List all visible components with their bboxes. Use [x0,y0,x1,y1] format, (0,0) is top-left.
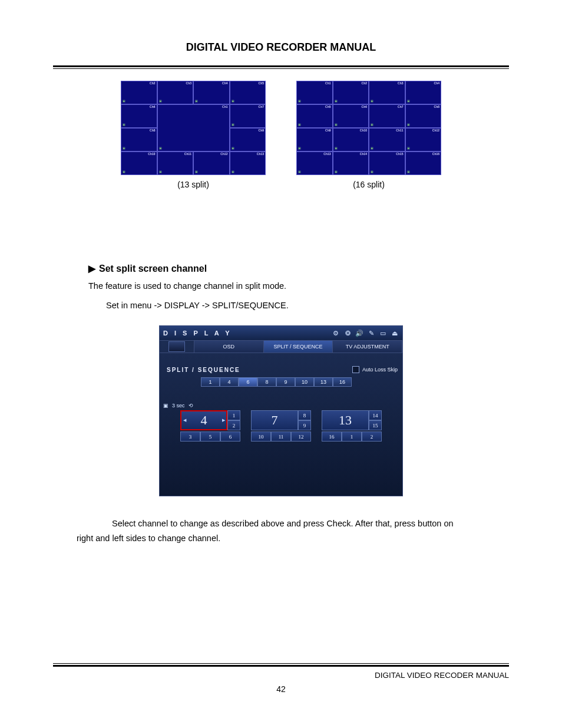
split-main-cell[interactable]: 13 [322,410,369,430]
split-side-cell[interactable]: 8 [298,410,311,420]
footer-text: DIGITAL VIDEO RECODER MANUAL [375,671,509,680]
display-toolbar-icons: ⚙ ❂ 🔊 ✎ ▭ ⏏ [332,329,399,337]
split-count-button[interactable]: 16 [333,377,352,387]
ch-cell: Ch9▣ [296,128,333,151]
split-13-caption: (13 split) [177,180,209,189]
split-count-button[interactable]: 6 [239,377,257,387]
split-bottom-cell[interactable]: 11 [271,431,291,442]
ch-cell: Ch11▣ [157,151,194,175]
split-sequence-label: SPLIT / SEQUENCE [167,367,240,373]
section-heading: ▶Set split screen channel [88,263,509,274]
split-13-grid: Ch2▣ Ch3▣ Ch4▣ Ch5▣ Ch6▣ Ch1▣ Ch7▣ Ch8▣ … [121,81,266,175]
section-p1: The feature is used to change channel in… [88,279,509,294]
split-16-figure: Ch1▣ Ch2▣ Ch3▣ Ch4▣ Ch5▣ Ch6▣ Ch7▣ Ch8▣ … [296,81,441,189]
ch-cell: Ch5▣ [230,81,266,104]
split-count-button[interactable]: 9 [276,377,295,387]
tab-osd[interactable]: OSD [194,341,264,353]
footer-rule-thick [53,665,509,667]
gear-icon[interactable]: ⚙ [332,329,340,337]
ch-cell: Ch1▣ [296,81,333,104]
ch-cell: Ch8▣ [121,128,157,151]
ch-cell: Ch2▣ [333,81,369,104]
ch-cell: Ch4▣ [193,81,230,104]
ch-cell: Ch10▣ [333,128,369,151]
split-bottom-cell[interactable]: 6 [220,431,240,442]
split-side-cell[interactable]: 9 [298,420,311,430]
section-heading-text: Set split screen channel [99,263,207,274]
tab-split-sequence[interactable]: SPLIT / SEQUENCE [264,341,333,353]
ch-cell: Ch5▣ [296,104,333,128]
ch-cell: Ch13▣ [230,151,266,175]
split-count-button[interactable]: 10 [295,377,314,387]
split-main-cell[interactable]: ◀ 4 ▶ [180,410,227,430]
ch-cell: Ch10▣ [121,151,157,175]
ch-cell: Ch11▣ [369,128,405,151]
split-side-cell[interactable]: 1 [227,410,240,420]
ch-cell: Ch6▣ [121,104,157,128]
checkbox-icon[interactable] [352,366,359,373]
split-main-cell[interactable]: 7 [251,410,298,430]
page-title: DIGITAL VIDEO RECORDER MANUAL [53,41,509,54]
refresh-icon[interactable]: ⟲ [189,403,193,409]
split-bottom-cell[interactable]: 10 [251,431,271,442]
ch-cell: Ch4▣ [405,81,442,104]
section-p3-line1: Select channel to change as described ab… [112,519,454,528]
split-bottom-cell[interactable]: 5 [200,431,220,442]
split-panel: 13 14 15 16 1 2 [322,410,382,442]
section-p2: Set in menu -> DISPLAY -> SPLIT/SEQUENCE… [106,298,509,313]
split-bottom-cell[interactable]: 12 [291,431,311,442]
tab-tv-adjustment[interactable]: TV ADJUSTMENT [333,341,402,353]
split-side-cell[interactable]: 15 [369,420,382,430]
speaker-icon[interactable]: 🔊 [355,329,363,337]
ch-cell: Ch7▣ [369,104,405,128]
ch-cell: Ch16▣ [405,151,442,175]
ch-cell: Ch2▣ [121,81,157,104]
split-panel: ◀ 4 ▶ 1 2 3 5 6 [180,410,240,442]
split-count-row: 1 4 6 8 9 10 13 16 [201,377,398,387]
page-number: 42 [0,684,562,694]
ch-cell: Ch3▣ [369,81,405,104]
split-side-cell[interactable]: 14 [369,410,382,420]
section-p3-line2: right and left sides to change channel. [77,533,220,543]
split-bottom-cell[interactable]: 2 [362,431,382,442]
media-icon[interactable]: ❂ [343,329,352,337]
split-bottom-cell[interactable]: 16 [322,431,342,442]
auto-loss-skip-label: Auto Loss Skip [362,367,398,373]
home-icon[interactable]: ⏏ [391,329,399,337]
ch-cell: Ch14▣ [333,151,369,175]
split-panel: 7 8 9 10 11 12 [251,410,311,442]
split-13-figure: Ch2▣ Ch3▣ Ch4▣ Ch5▣ Ch6▣ Ch1▣ Ch7▣ Ch8▣ … [121,81,266,189]
split-bottom-cell[interactable]: 1 [342,431,362,442]
ch-cell-big: Ch1▣ [157,104,230,151]
split-side-cell[interactable]: 2 [227,420,240,430]
split-count-button[interactable]: 13 [314,377,333,387]
split-count-button[interactable]: 8 [257,377,276,387]
sequence-time-value: 3 sec [172,403,185,409]
split-bottom-cell[interactable]: 3 [180,431,200,442]
ch-cell: Ch13▣ [296,151,333,175]
chevron-left-icon[interactable]: ◀ [181,411,187,429]
split-16-caption: (16 split) [353,180,385,189]
split-count-button[interactable]: 1 [201,377,220,387]
triangle-icon: ▶ [88,263,95,274]
monitor-icon[interactable]: ▭ [379,329,387,337]
split-16-grid: Ch1▣ Ch2▣ Ch3▣ Ch4▣ Ch5▣ Ch6▣ Ch7▣ Ch8▣ … [296,81,441,175]
ch-cell: Ch12▣ [405,128,442,151]
footer-rule-thin [53,663,509,664]
ch-cell: Ch15▣ [369,151,405,175]
display-title: D I S P L A Y [163,330,232,337]
sequence-time: ▣ 3 sec ⟲ [163,403,193,409]
auto-loss-skip[interactable]: Auto Loss Skip [352,366,398,373]
split-count-button[interactable]: 4 [220,377,239,387]
ch-cell: Ch3▣ [157,81,194,104]
header-rule-thin [53,68,509,69]
brush-icon[interactable]: ✎ [367,329,375,337]
ch-cell: Ch8▣ [405,104,442,128]
ch-cell: Ch6▣ [333,104,369,128]
display-settings-figure: D I S P L A Y ⚙ ❂ 🔊 ✎ ▭ ⏏ OSD SPLIT / SE… [159,325,403,496]
chevron-right-icon[interactable]: ▶ [220,411,226,429]
header-rule-thick [53,65,509,67]
ch-cell: Ch9▣ [230,128,266,151]
ch-cell: Ch7▣ [230,104,266,128]
monitor-thumb [160,341,194,353]
